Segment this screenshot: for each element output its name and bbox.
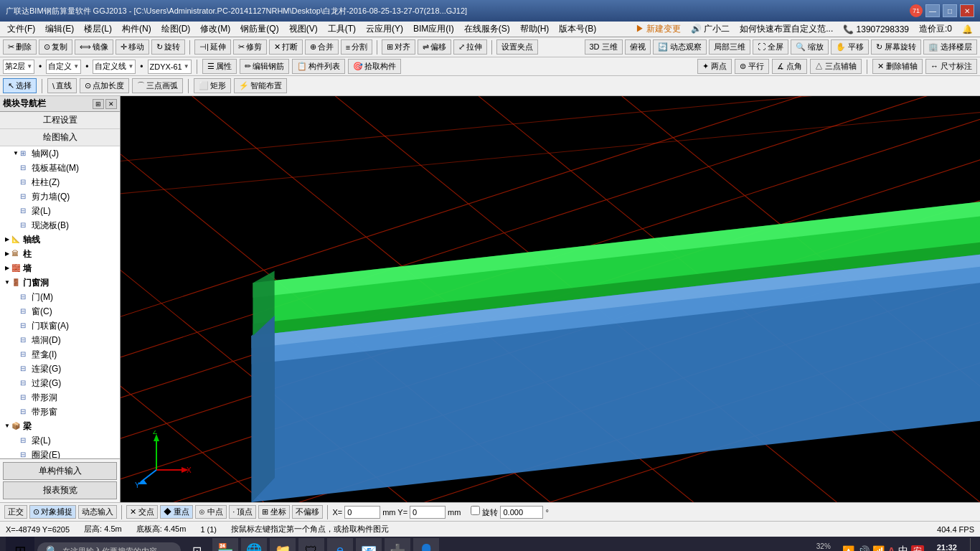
taskbar-app-plus[interactable]: ➕ xyxy=(385,538,410,551)
menu-online[interactable]: 在线服务(S) xyxy=(460,22,514,37)
tree-group-column[interactable]: ▶ 🏛 柱 xyxy=(0,247,120,261)
engineering-setup-button[interactable]: 工程设置 xyxy=(0,112,120,129)
menu-component[interactable]: 构件(N) xyxy=(118,22,156,37)
tree-item-beam-l[interactable]: ⊟ 梁(L) xyxy=(0,433,120,448)
tree-item-coupling-beam[interactable]: ⊟ 连梁(G) xyxy=(0,362,120,376)
tree-item-window[interactable]: ⊟ 窗(C) xyxy=(0,304,120,319)
menu-modify[interactable]: 修改(M) xyxy=(196,22,235,37)
mirror-button[interactable]: ⟺ 镜像 xyxy=(75,39,113,55)
rect-button[interactable]: ⬜ 矩形 xyxy=(194,78,231,93)
menu-file[interactable]: 文件(F) xyxy=(3,22,39,37)
tree-item-strip-window[interactable]: ⊟ 带形窗 xyxy=(0,405,120,419)
tree-item-column[interactable]: ⊟ 柱柱(Z) xyxy=(0,175,120,189)
y-input[interactable] xyxy=(410,506,446,519)
menu-help[interactable]: 帮助(H) xyxy=(516,22,554,37)
tree-item-door-window[interactable]: ⊟ 门联窗(A) xyxy=(0,319,120,333)
rotate-checkbox[interactable] xyxy=(471,506,480,515)
tree-group-beam[interactable]: ▼ 📦 梁 xyxy=(0,419,120,433)
parallel-button[interactable]: ⊜ 平行 xyxy=(735,59,769,74)
tree-group-axis[interactable]: ▶ 📐 轴线 xyxy=(0,232,120,247)
tree-item-shear-wall[interactable]: ⊟ 剪力墙(Q) xyxy=(0,189,120,204)
tree-item-axis-grid[interactable]: ▼ ⊞ 轴网(J) xyxy=(0,146,120,161)
smart-layout-button[interactable]: ⚡ 智能布置 xyxy=(234,78,287,93)
3d-viewport[interactable]: Z X Y xyxy=(121,96,980,502)
tree-item-ring-beam[interactable]: ⊟ 圈梁(E) xyxy=(0,448,120,458)
move-button[interactable]: ✛ 移动 xyxy=(116,39,149,55)
menu-tools[interactable]: 工具(T) xyxy=(324,22,360,37)
snap-button[interactable]: ⊙ 对象捕捉 xyxy=(29,505,76,519)
merge-button[interactable]: ⊕ 合并 xyxy=(305,39,339,55)
center-button[interactable]: ⊙ 中点 xyxy=(195,505,227,519)
trim-button[interactable]: ✂ 修剪 xyxy=(233,39,267,55)
copy-button[interactable]: ⊙ 复制 xyxy=(39,39,72,55)
midpoint-button[interactable]: ◆ 重点 xyxy=(160,505,193,519)
tree-item-niche[interactable]: ⊟ 壁龛(I) xyxy=(0,347,120,362)
tree-group-opening[interactable]: ▼ 🚪 门窗洞 xyxy=(0,276,120,290)
menu-floor[interactable]: 楼层(L) xyxy=(80,22,116,37)
extend-button[interactable]: ⊣| 延伸 xyxy=(194,39,231,55)
vertex-button[interactable]: · 顶点 xyxy=(229,505,256,519)
rotate-button[interactable]: ↻ 旋转 xyxy=(151,39,185,55)
three-point-axis-button[interactable]: △ 三点辅轴 xyxy=(810,59,862,74)
pan-button[interactable]: ✋ 平移 xyxy=(831,39,869,55)
dynamic-input-button[interactable]: 动态输入 xyxy=(78,505,117,519)
properties-button[interactable]: ☰ 属性 xyxy=(202,59,237,74)
menu-bim[interactable]: BIM应用(I) xyxy=(409,22,458,37)
menu-edit[interactable]: 编辑(E) xyxy=(41,22,78,37)
pick-component-button[interactable]: 🎯 拾取构件 xyxy=(348,59,401,74)
search-bar[interactable]: 🔍 在这里输入你要搜索的内容 xyxy=(37,542,181,551)
no-shift-button[interactable]: 不偏移 xyxy=(292,505,323,519)
panel-close-button[interactable]: ✕ xyxy=(105,99,117,109)
menu-alert[interactable]: 🔔 xyxy=(958,23,977,36)
report-preview-button[interactable]: 报表预览 xyxy=(3,481,117,499)
coord-button[interactable]: ⊞ 坐标 xyxy=(258,505,290,519)
align-button[interactable]: ⊞ 对齐 xyxy=(382,39,415,55)
taskbar-app-folder[interactable]: 📁 xyxy=(270,538,296,551)
tree-item-wall-hole[interactable]: ⊟ 墙洞(D) xyxy=(0,333,120,347)
menu-draw[interactable]: 绘图(D) xyxy=(157,22,195,37)
menu-phone[interactable]: 📞 13907298339 xyxy=(839,23,913,36)
split-button[interactable]: ≡ 分割 xyxy=(341,39,372,55)
line-select[interactable]: 自定义线 ▼ xyxy=(93,60,136,74)
tree-item-raft[interactable]: ⊟ 筏板基础(M) xyxy=(0,161,120,175)
fullscreen-button[interactable]: ⛶ 全屏 xyxy=(753,39,788,55)
screen-rotate-button[interactable]: ↻ 屏幕旋转 xyxy=(871,39,921,55)
tree-item-beam[interactable]: ⊟ 梁(L) xyxy=(0,204,120,218)
taskbar-app-user[interactable]: 👤 xyxy=(413,538,439,551)
close-button[interactable]: ✕ xyxy=(960,4,974,17)
delete-button[interactable]: ✂ 删除 xyxy=(3,39,37,55)
tree-item-door[interactable]: ⊟ 门(M) xyxy=(0,290,120,304)
break-button[interactable]: ✕ 打断 xyxy=(269,39,303,55)
line-button[interactable]: \ 直线 xyxy=(47,78,77,93)
menu-score[interactable]: 造价豆:0 xyxy=(915,22,956,37)
tree-item-strip-hole[interactable]: ⊟ 带形洞 xyxy=(0,390,120,405)
arc-button[interactable]: ⌒ 三点画弧 xyxy=(132,78,183,93)
maximize-button[interactable]: □ xyxy=(943,4,957,17)
code-select[interactable]: ZDYX-61 ▼ xyxy=(148,60,192,74)
menu-quick-setup[interactable]: 如何快速布置自定义范... xyxy=(735,22,837,37)
menu-version[interactable]: 版本号(B) xyxy=(555,22,600,37)
show-desktop-button[interactable] xyxy=(970,538,974,551)
single-component-button[interactable]: 单构件输入 xyxy=(3,462,117,480)
angle-point-button[interactable]: ∡ 点角 xyxy=(772,59,807,74)
menu-cloud[interactable]: 云应用(Y) xyxy=(362,22,407,37)
clock[interactable]: 21:32 2018/10/7 xyxy=(928,543,966,552)
floor-select[interactable]: 第2层 ▼ xyxy=(3,60,34,74)
dynamic-view-button[interactable]: 🔄 动态观察 xyxy=(653,39,707,55)
taskbar-app-security[interactable]: 🛡 xyxy=(298,538,324,551)
edit-rebar-button[interactable]: ✏ 编辑钢筋 xyxy=(240,59,289,74)
panel-float-button[interactable]: ⊞ xyxy=(93,99,104,109)
ortho-button[interactable]: 正交 xyxy=(4,505,27,519)
component-list-button[interactable]: 📋 构件列表 xyxy=(292,59,345,74)
notification-badge[interactable]: 71 xyxy=(910,4,923,17)
type-select[interactable]: 自定义 ▼ xyxy=(46,60,81,74)
graph-input-button[interactable]: 绘图输入 xyxy=(0,129,120,146)
stretch-button[interactable]: ⤢ 拉伸 xyxy=(453,39,487,55)
start-button[interactable]: ⊞ xyxy=(6,537,34,551)
x-input[interactable] xyxy=(344,506,380,519)
del-axis-button[interactable]: ✕ 删除辅轴 xyxy=(872,59,923,74)
tree-group-wall[interactable]: ▶ 🧱 墙 xyxy=(0,261,120,276)
tray-icons[interactable]: 🔼 🔊 📶 A 中 安 xyxy=(842,545,923,551)
taskbar-app-edge[interactable]: 🌐 xyxy=(241,538,267,551)
taskbar-app-ie[interactable]: e xyxy=(327,538,353,551)
